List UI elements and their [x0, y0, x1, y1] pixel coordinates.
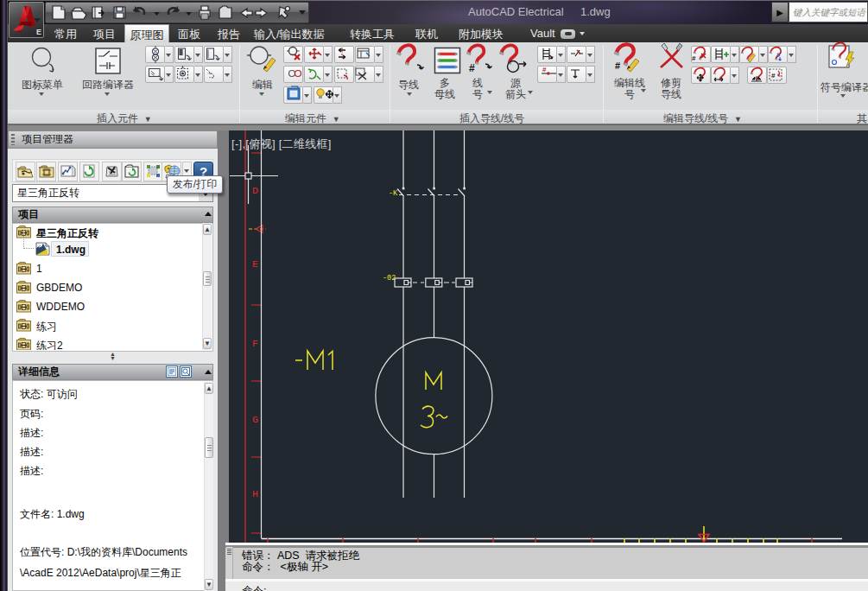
- svg-text:H: H: [252, 488, 258, 499]
- svg-text:#: #: [469, 62, 475, 74]
- svg-text:D: D: [252, 185, 258, 196]
- svg-text:#: #: [542, 66, 547, 73]
- svg-text:#: #: [692, 54, 696, 62]
- svg-text:-02: -02: [383, 274, 396, 283]
- svg-text:F: F: [252, 338, 258, 349]
- svg-text:#: #: [771, 72, 776, 79]
- svg-text:G: G: [252, 414, 258, 425]
- svg-text:E: E: [252, 258, 258, 270]
- svg-text:-K: -K: [389, 189, 398, 198]
- svg-text:#: #: [615, 60, 620, 71]
